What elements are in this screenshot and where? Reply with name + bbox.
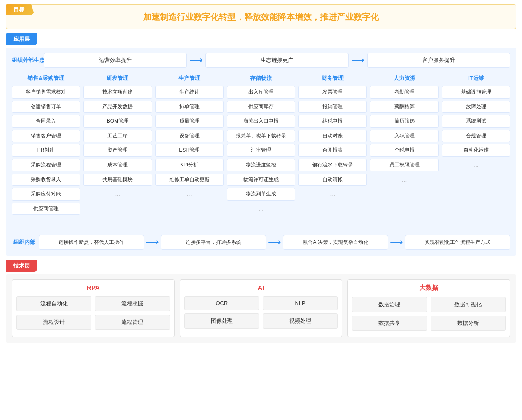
list-item: 流程挖掘	[95, 296, 170, 311]
list-item: ...	[298, 188, 367, 201]
tech-col-title-1: AI	[184, 284, 338, 291]
goal-section: 目标 加速制造行业数字化转型，释放效能降本增效，推进产业数字化	[6, 4, 516, 29]
list-item: 故障处理	[442, 101, 510, 113]
list-item: 采购流程管理	[12, 159, 80, 171]
internal-ecology-row: 组织内部 链接操作断点，替代人工操作 ⟶ 连接多平台，打通多系统 ⟶ 融合AI决…	[12, 235, 510, 250]
list-item: 流程自动化	[16, 296, 91, 311]
list-item: 数据可视化	[431, 297, 506, 312]
list-item: 采购应付对账	[12, 188, 80, 201]
external-ecology-label: 组织外部生态	[12, 56, 41, 64]
list-item: 流程设计	[16, 315, 91, 330]
list-item: 共用基础模块	[83, 174, 152, 186]
list-item: 入职管理	[370, 130, 438, 142]
list-item: ...	[370, 174, 438, 186]
list-item: 自动对账	[298, 130, 367, 142]
tech-items-grid-0: 流程自动化流程挖掘流程设计流程管理	[16, 296, 170, 330]
list-item: 供应商库存	[227, 101, 295, 113]
list-item: ...	[83, 188, 152, 201]
list-item: ...	[12, 217, 80, 230]
list-item: 客户销售需求核对	[12, 86, 80, 99]
list-item: 合并报表	[298, 144, 367, 157]
list-item: 排单管理	[155, 101, 224, 113]
modules-grid: 销售&采购管理客户销售需求核对创建销售订单合同录入销售客户管理PR创建采购流程管…	[12, 75, 510, 230]
list-item: 汇率管理	[227, 144, 295, 157]
tech-items-grid-2: 数据治理数据可视化数据共享数据分析	[352, 297, 506, 331]
list-item: ...	[442, 159, 510, 171]
tech-layer-body: RPA流程自动化流程挖掘流程设计流程管理AIOCRNLP图像处理视频处理大数据数…	[6, 274, 516, 343]
tech-col-title-0: RPA	[16, 284, 170, 291]
goal-title: 加速制造行业数字化转型，释放效能降本增效，推进产业数字化	[15, 11, 507, 23]
list-item: 数据分析	[431, 316, 506, 331]
tech-col-0: RPA流程自动化流程挖掘流程设计流程管理	[12, 279, 175, 337]
internal-box-1: 连接多平台，打通多系统	[161, 235, 266, 250]
list-item: 系统测试	[442, 115, 510, 128]
module-col-1: 研发管理技术立项创建产品开发数据BOM管理工艺工序资产管理成本管理共用基础模块.…	[83, 75, 152, 230]
module-title-4: 财务管理	[298, 75, 367, 82]
app-layer-header: 应用层	[0, 33, 522, 45]
list-item: ...	[155, 188, 224, 201]
list-item: 数据治理	[352, 297, 427, 312]
list-item: 创建销售订单	[12, 101, 80, 113]
internal-arrow-1: ⟶	[146, 238, 159, 247]
ecology-box-2: 客户服务提升	[367, 53, 510, 68]
list-item: 合规管理	[442, 130, 510, 142]
list-item: 设备管理	[155, 130, 224, 142]
list-item: ...	[227, 203, 295, 215]
list-item: 流程管理	[95, 315, 170, 330]
list-item: 个税申报	[370, 144, 438, 157]
arrow-2: ⟶	[351, 56, 365, 65]
list-item: KPI分析	[155, 159, 224, 171]
list-item: 产品开发数据	[83, 101, 152, 113]
list-item: 薪酬核算	[370, 101, 438, 113]
tech-col-title-2: 大数据	[352, 284, 506, 292]
module-col-5: 人力资源考勤管理薪酬核算简历筛选入职管理个税申报员工权限管理...	[370, 75, 438, 230]
list-item: 出入库管理	[227, 86, 295, 99]
tech-layer-tag: 技术层	[6, 260, 37, 272]
internal-box-3: 实现智能化工作流程生产方式	[405, 235, 510, 250]
internal-ecology-label: 组织内部	[12, 238, 37, 246]
module-col-6: IT运维基础设施管理故障处理系统测试合规管理自动化运维...	[442, 75, 510, 230]
list-item: 合同录入	[12, 115, 80, 128]
list-item: 自动清帐	[298, 174, 367, 186]
module-col-4: 财务管理发票管理报销管理纳税申报自动对账合并报表银行流水下载转录自动清帐...	[298, 75, 367, 230]
list-item: 成本管理	[83, 159, 152, 171]
module-col-3: 存储物流出入库管理供应商库存海关出入口申报报关单、税单下载转录汇率管理物流进度监…	[227, 75, 295, 230]
module-title-3: 存储物流	[227, 75, 295, 82]
list-item: 采购收货录入	[12, 174, 80, 186]
list-item: BOM管理	[83, 115, 152, 128]
list-item: 工艺工序	[83, 130, 152, 142]
list-item: 纳税申报	[298, 115, 367, 128]
module-title-2: 生产管理	[155, 75, 224, 82]
list-item: 报关单、税单下载转录	[227, 130, 295, 142]
internal-box-2: 融合AI决策，实现复杂自动化	[283, 235, 388, 250]
module-title-0: 销售&采购管理	[12, 75, 80, 82]
ecology-box-0: 运营效率提升	[44, 53, 187, 68]
external-ecology-row: 组织外部生态 运营效率提升 ⟶ 生态链接更广 ⟶ 客户服务提升	[12, 53, 510, 68]
module-col-0: 销售&采购管理客户销售需求核对创建销售订单合同录入销售客户管理PR创建采购流程管…	[12, 75, 80, 230]
app-layer-body: 组织外部生态 运营效率提升 ⟶ 生态链接更广 ⟶ 客户服务提升 销售&采购管理客…	[6, 48, 516, 256]
list-item: 基础设施管理	[442, 86, 510, 99]
module-title-5: 人力资源	[370, 75, 438, 82]
tech-col-1: AIOCRNLP图像处理视频处理	[180, 279, 343, 337]
list-item: 银行流水下载转录	[298, 159, 367, 171]
list-item: 数据共享	[352, 316, 427, 331]
list-item: 物流进度监控	[227, 159, 295, 171]
internal-arrow-2: ⟶	[268, 238, 281, 247]
module-title-1: 研发管理	[83, 75, 152, 82]
list-item: NLP	[263, 296, 338, 310]
list-item: ESH管理	[155, 144, 224, 157]
list-item: 维修工单自动更新	[155, 174, 224, 186]
list-item: 销售客户管理	[12, 130, 80, 142]
list-item: 自动化运维	[442, 144, 510, 157]
list-item: 资产管理	[83, 144, 152, 157]
list-item: 物流许可证生成	[227, 174, 295, 186]
list-item: 图像处理	[184, 313, 259, 329]
tech-grid: RPA流程自动化流程挖掘流程设计流程管理AIOCRNLP图像处理视频处理大数据数…	[12, 279, 510, 337]
list-item: 发票管理	[298, 86, 367, 99]
list-item: 物流到单生成	[227, 188, 295, 201]
list-item: 供应商管理	[12, 203, 80, 215]
ecology-box-1: 生态链接更广	[205, 53, 349, 68]
internal-box-0: 链接操作断点，替代人工操作	[39, 235, 144, 250]
list-item: 生产统计	[155, 86, 224, 99]
internal-arrow-3: ⟶	[390, 238, 403, 247]
